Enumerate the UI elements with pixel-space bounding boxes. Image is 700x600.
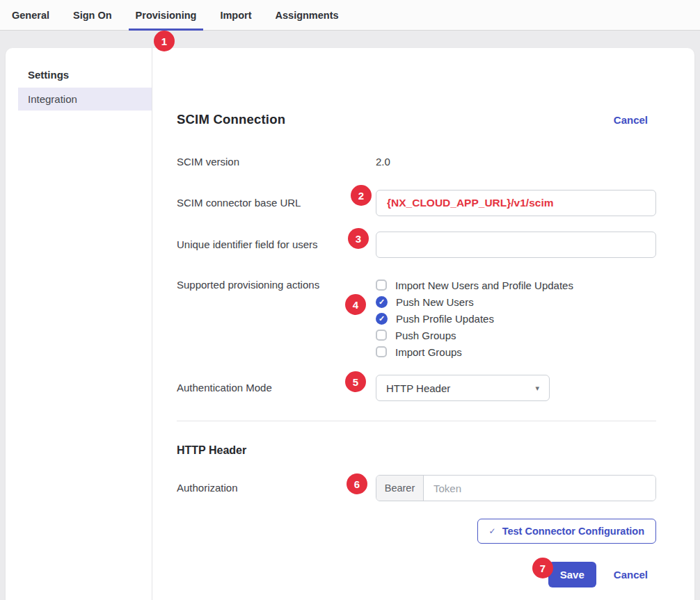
checkbox-icon[interactable]: [376, 279, 387, 291]
checkbox-icon[interactable]: [376, 296, 388, 308]
sidebar-item-integration[interactable]: Integration: [18, 88, 152, 111]
base-url-input[interactable]: [376, 190, 656, 216]
sidebar-item-label: Integration: [28, 93, 77, 105]
provisioning-actions-list: Import New Users and Profile Updates Pus…: [376, 277, 656, 360]
checkbox-label: Push New Users: [396, 296, 474, 308]
unique-identifier-input[interactable]: [376, 232, 656, 258]
tab-assignments-label: Assignments: [276, 10, 339, 21]
settings-card: Settings Integration SCIM Connection Can…: [6, 48, 694, 600]
base-url-label: SCIM connector base URL: [177, 195, 376, 211]
step-badge-5: 5: [345, 371, 366, 392]
test-connector-button-label: Test Connector Configuration: [502, 526, 644, 537]
checkbox-label: Import New Users and Profile Updates: [395, 279, 573, 291]
section-divider: [177, 421, 656, 421]
page: General Sign On Provisioning Import Assi…: [0, 0, 700, 600]
tab-assignments[interactable]: Assignments: [264, 0, 351, 30]
provisioning-actions-label: Supported provisioning actions: [177, 277, 376, 293]
step-badge-3: 3: [348, 228, 369, 249]
checkbox-label: Import Groups: [395, 346, 462, 358]
unique-identifier-label: Unique identifier field for users: [177, 236, 376, 253]
chevron-down-icon: ▾: [535, 384, 539, 393]
checkbox-icon[interactable]: [376, 346, 387, 357]
provisioning-actions-row: Supported provisioning actions Import Ne…: [177, 277, 656, 360]
checkbox-label: Push Profile Updates: [396, 313, 494, 325]
step-badge-2: 2: [351, 185, 372, 206]
tab-bar: General Sign On Provisioning Import Assi…: [0, 0, 700, 31]
cancel-link-bottom[interactable]: Cancel: [614, 569, 648, 581]
step-badge-4: 4: [345, 294, 366, 315]
check-icon: ✓: [489, 526, 496, 536]
checkbox-row-import-new-users[interactable]: Import New Users and Profile Updates: [376, 277, 656, 293]
tab-general[interactable]: General: [0, 0, 61, 30]
tab-provisioning-label: Provisioning: [136, 10, 197, 21]
tab-import-label: Import: [220, 10, 251, 21]
sidebar-heading: Settings: [28, 69, 152, 81]
base-url-row: SCIM connector base URL: [177, 190, 656, 216]
checkbox-label: Push Groups: [395, 330, 456, 341]
test-connector-button[interactable]: ✓ Test Connector Configuration: [477, 519, 656, 544]
save-button[interactable]: Save: [548, 562, 596, 587]
tab-sign-on[interactable]: Sign On: [61, 0, 124, 30]
tab-sign-on-label: Sign On: [73, 10, 112, 21]
form-footer: Save Cancel: [177, 562, 656, 587]
auth-mode-selected-value: HTTP Header: [386, 382, 450, 394]
scim-connection-panel: SCIM Connection Cancel SCIM version 2.0 …: [152, 48, 694, 600]
checkbox-row-import-groups[interactable]: Import Groups: [376, 343, 656, 360]
token-input[interactable]: [424, 476, 655, 501]
settings-sidebar: Settings Integration: [6, 48, 152, 600]
scim-connection-title: SCIM Connection: [177, 112, 285, 127]
auth-mode-row: Authentication Mode HTTP Header ▾: [177, 375, 656, 401]
scim-version-row: SCIM version 2.0: [177, 154, 656, 170]
panel-header: SCIM Connection Cancel: [177, 112, 656, 127]
tab-general-label: General: [12, 10, 49, 21]
authorization-input-group: Bearer: [376, 475, 656, 501]
step-badge-7: 7: [532, 558, 553, 578]
auth-mode-select[interactable]: HTTP Header ▾: [376, 375, 550, 401]
tab-import[interactable]: Import: [208, 0, 263, 30]
step-badge-6: 6: [347, 473, 367, 494]
unique-identifier-row: Unique identifier field for users: [177, 232, 656, 258]
scim-version-value: 2.0: [376, 156, 390, 168]
tab-provisioning[interactable]: Provisioning: [124, 0, 209, 30]
checkbox-row-push-groups[interactable]: Push Groups: [376, 327, 656, 343]
http-header-title: HTTP Header: [177, 444, 656, 457]
bearer-prefix: Bearer: [376, 476, 424, 501]
authorization-row: Authorization Bearer: [177, 475, 656, 501]
test-connector-row: ✓ Test Connector Configuration: [177, 519, 656, 544]
checkbox-icon[interactable]: [376, 330, 387, 341]
scim-version-label: SCIM version: [177, 154, 376, 170]
cancel-link-top[interactable]: Cancel: [614, 114, 648, 126]
step-badge-1: 1: [154, 31, 175, 51]
checkbox-icon[interactable]: [376, 313, 388, 325]
checkbox-row-push-profile-updates[interactable]: Push Profile Updates: [376, 310, 656, 327]
checkbox-row-push-new-users[interactable]: Push New Users: [376, 293, 656, 310]
